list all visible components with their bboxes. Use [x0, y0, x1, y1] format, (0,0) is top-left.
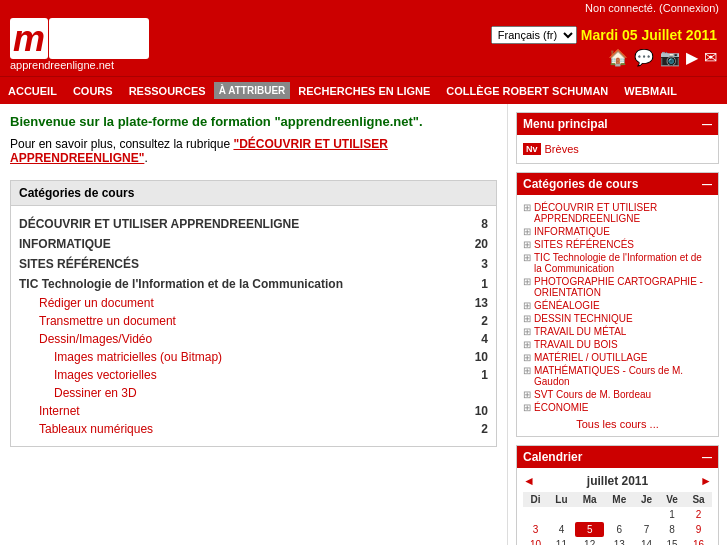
header-icons: 🏠 💬 📷 ▶ ✉: [608, 48, 717, 67]
cal-day[interactable]: 9: [685, 522, 712, 537]
grid-icon: ⊞: [523, 365, 531, 376]
grid-icon: ⊞: [523, 389, 531, 400]
cal-day[interactable]: 15: [659, 537, 685, 545]
logo-subtitle: apprendreenligne.net: [10, 59, 491, 71]
welcome-desc: Pour en savoir plus, consultez la rubriq…: [10, 137, 497, 165]
cal-header-ve: Ve: [659, 492, 685, 507]
grid-icon: ⊞: [523, 300, 531, 311]
cal-day[interactable]: 8: [659, 522, 685, 537]
nav-accueil[interactable]: ACCUEIL: [0, 80, 65, 102]
logo-oodle: oodle: [49, 18, 149, 59]
cal-header-sa: Sa: [685, 492, 712, 507]
cal-day[interactable]: 14: [634, 537, 659, 545]
sub-sub-cat-vectorielles: Images vectorielles 1: [19, 366, 488, 384]
home-icon[interactable]: 🏠: [608, 48, 628, 67]
sidebar-cat-informatique[interactable]: INFORMATIQUE: [534, 226, 610, 237]
block-menu-principal-header: Menu principal —: [517, 113, 718, 135]
mail-icon[interactable]: ✉: [704, 48, 717, 67]
cal-day[interactable]: 10: [523, 537, 548, 545]
connexion-link[interactable]: Connexion: [663, 2, 716, 14]
block-menu-principal-body: Nv Brèves: [517, 135, 718, 163]
cal-day[interactable]: [634, 507, 659, 522]
chat-icon[interactable]: 💬: [634, 48, 654, 67]
cat-item-decouvrir: DÉCOUVRIR ET UTILISER APPRENDREENLIGNE 8: [19, 214, 488, 234]
grid-icon: ⊞: [523, 239, 531, 250]
language-select[interactable]: Français (fr): [491, 26, 577, 44]
play-icon[interactable]: ▶: [686, 48, 698, 67]
sidebar-cat-decouvrir[interactable]: DÉCOUVRIR ET UTILISER APPRENDREENLIGNE: [534, 202, 712, 224]
sidebar-cat-materiel[interactable]: MATÉRIEL / OUTILLAGE: [534, 352, 647, 363]
grid-icon: ⊞: [523, 339, 531, 350]
cal-day[interactable]: 12: [575, 537, 605, 545]
nav-cours[interactable]: COURS: [65, 80, 121, 102]
cal-day[interactable]: 4: [548, 522, 575, 537]
cal-day[interactable]: 13: [604, 537, 634, 545]
sidebar-cat-economie[interactable]: ÉCONOMIE: [534, 402, 588, 413]
cal-day[interactable]: 2: [685, 507, 712, 522]
grid-icon: ⊞: [523, 352, 531, 363]
cal-week-2: 3 4 5 6 7 8 9: [523, 522, 712, 537]
sidebar-cat-photo[interactable]: PHOTOGRAPHIE CARTOGRAPHIE - ORIENTATION: [534, 276, 712, 298]
cal-day[interactable]: 7: [634, 522, 659, 537]
sidebar-cat-tic[interactable]: TIC Technologie de l'Information et de l…: [534, 252, 712, 274]
breve-label[interactable]: Brèves: [545, 143, 579, 155]
sub-cat-rediger: Rédiger un document 13: [19, 294, 488, 312]
sidebar-cat-sites[interactable]: SITES RÉFÉRENCÉS: [534, 239, 634, 250]
cal-day[interactable]: 16: [685, 537, 712, 545]
block-collapse-icon[interactable]: —: [702, 119, 712, 130]
block-categories-header: Catégories de cours —: [517, 173, 718, 195]
calendar-table: Di Lu Ma Me Je Ve Sa: [523, 492, 712, 545]
breve-badge: Nv: [523, 143, 541, 155]
camera-icon[interactable]: 📷: [660, 48, 680, 67]
cal-week-1: 1 2: [523, 507, 712, 522]
block-menu-principal: Menu principal — Nv Brèves: [516, 112, 719, 164]
sub-cat-transmettre: Transmettre un document 2: [19, 312, 488, 330]
cal-day[interactable]: 6: [604, 522, 634, 537]
nav-ressources[interactable]: RESSOURCES: [121, 80, 214, 102]
cal-day[interactable]: 1: [659, 507, 685, 522]
cal-day[interactable]: [523, 507, 548, 522]
block-categories-collapse-icon[interactable]: —: [702, 179, 712, 190]
calendar-prev[interactable]: ◄: [523, 474, 535, 488]
grid-icon: ⊞: [523, 202, 531, 213]
cat-item-tic: TIC Technologie de l'Information et de l…: [19, 274, 488, 294]
list-item: ⊞MATÉRIEL / OUTILLAGE: [523, 351, 712, 364]
cal-day[interactable]: [604, 507, 634, 522]
cal-day[interactable]: [548, 507, 575, 522]
list-item: ⊞TRAVAIL DU MÉTAL: [523, 325, 712, 338]
sub-sub-cat-bitmap: Images matricielles (ou Bitmap) 10: [19, 348, 488, 366]
sidebar-cat-svt[interactable]: SVT Cours de M. Bordeau: [534, 389, 651, 400]
nav-webmail[interactable]: WEBMAIL: [616, 80, 685, 102]
cal-day[interactable]: [575, 507, 605, 522]
main-layout: Bienvenue sur la plate-forme de formatio…: [0, 104, 727, 545]
list-item: ⊞INFORMATIQUE: [523, 225, 712, 238]
calendar-next[interactable]: ►: [700, 474, 712, 488]
sidebar-cat-genealogie[interactable]: GÉNÉALOGIE: [534, 300, 600, 311]
list-item: ⊞DESSIN TECHNIQUE: [523, 312, 712, 325]
block-calendar-header: Calendrier —: [517, 446, 718, 468]
nav-attribuer[interactable]: à attribuer: [214, 82, 291, 99]
cal-day[interactable]: 11: [548, 537, 575, 545]
sidebar-cat-travail-metal[interactable]: TRAVAIL DU MÉTAL: [534, 326, 626, 337]
list-item: ⊞SVT Cours de M. Bordeau: [523, 388, 712, 401]
logo-m-letter: m: [10, 18, 48, 59]
cal-day-today[interactable]: 5: [575, 522, 605, 537]
nav-recherches[interactable]: RECHERCHES EN LIGNE: [290, 80, 438, 102]
sidebar-cat-maths[interactable]: MATHÉMATIQUES - Cours de M. Gaudon: [534, 365, 712, 387]
cal-week-3: 10 11 12 13 14 15 16: [523, 537, 712, 545]
cat-item-sites: SITES RÉFÉRENCÉS 3: [19, 254, 488, 274]
cal-day[interactable]: 3: [523, 522, 548, 537]
welcome-title: Bienvenue sur la plate-forme de formatio…: [10, 114, 497, 129]
sidebar-cat-dessin-tech[interactable]: DESSIN TECHNIQUE: [534, 313, 633, 324]
block-categories-cours: Catégories de cours — ⊞DÉCOUVRIR ET UTIL…: [516, 172, 719, 437]
block-calendar-collapse-icon[interactable]: —: [702, 452, 712, 463]
nav-college[interactable]: COLLÈGE ROBERT SCHUMAN: [438, 80, 616, 102]
list-item: ⊞TRAVAIL DU BOIS: [523, 338, 712, 351]
right-sidebar: Menu principal — Nv Brèves Catégories de…: [507, 104, 727, 545]
cal-header-je: Je: [634, 492, 659, 507]
cal-header-me: Me: [604, 492, 634, 507]
all-courses-link[interactable]: Tous les cours ...: [523, 418, 712, 430]
sidebar-cat-travail-bois[interactable]: TRAVAIL DU BOIS: [534, 339, 618, 350]
not-connected-text: Non connecté. (: [585, 2, 663, 14]
sub-cat-dessin: Dessin/Images/Vidéo 4: [19, 330, 488, 348]
